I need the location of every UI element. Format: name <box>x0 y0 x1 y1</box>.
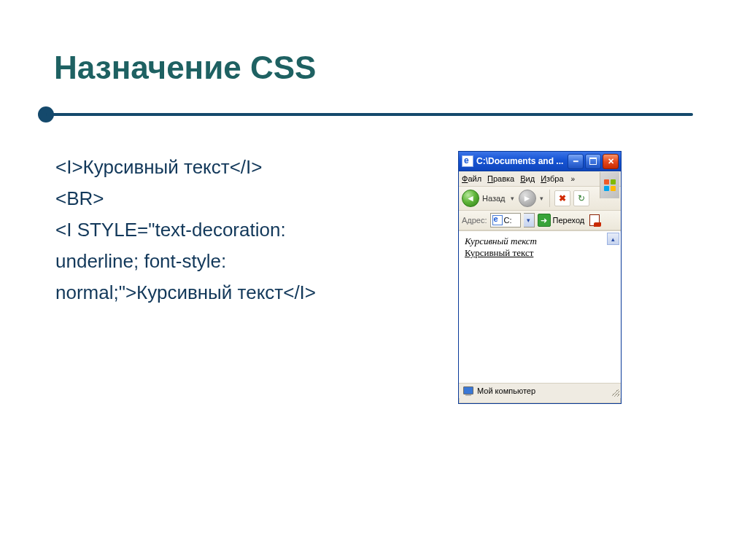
stop-button[interactable]: ✖ <box>554 190 570 206</box>
back-label: Назад <box>482 194 506 203</box>
browser-title: C:\Documents and ... <box>476 156 568 166</box>
forward-button[interactable]: ► <box>519 190 536 207</box>
go-label: Переход <box>553 216 585 225</box>
code-line-1: <I>Курсивный текст</I> <box>55 155 427 180</box>
code-line-3c: normal;">Курсивный текст</I> <box>55 280 427 306</box>
browser-viewport: ▴ Курсивный текст Курсивный текст <box>459 230 621 383</box>
menu-file[interactable]: Файл <box>462 174 481 183</box>
underline-line <box>46 113 693 116</box>
browser-menubar: Файл Правка Вид Избра » <box>459 171 621 187</box>
menu-edit[interactable]: Правка <box>487 174 514 183</box>
address-bar: Адрес: C: ▾ ➜ Переход <box>459 211 621 230</box>
browser-toolbar: ◄ Назад ▾ ► ▾ ✖ ↻ <box>459 187 621 211</box>
resize-grip-icon[interactable] <box>612 389 619 397</box>
scroll-up-button[interactable]: ▴ <box>607 233 619 245</box>
browser-statusbar: Мой компьютер <box>459 383 621 398</box>
go-button[interactable]: ➜ Переход <box>538 214 585 227</box>
my-computer-icon <box>463 386 473 395</box>
address-favicon-icon <box>492 215 503 225</box>
slide-title: Назначение CSS <box>54 50 316 86</box>
menu-view[interactable]: Вид <box>520 174 535 183</box>
toolbar-separator <box>549 190 550 207</box>
back-dropdown-icon[interactable]: ▾ <box>510 195 516 202</box>
forward-dropdown-icon[interactable]: ▾ <box>539 195 545 202</box>
code-line-2: <BR> <box>55 186 427 211</box>
code-line-3b: underline; font-style: <box>55 249 427 274</box>
address-dropdown-icon[interactable]: ▾ <box>524 213 535 228</box>
code-line-3a: <I STYLE="text-decoration: <box>55 217 427 243</box>
ie-favicon-icon <box>462 155 473 167</box>
menu-overflow-icon[interactable]: » <box>571 175 576 183</box>
windows-flag-icon <box>600 172 619 198</box>
rendered-line-1: Курсивный текст <box>465 236 615 247</box>
address-value: C: <box>504 216 512 225</box>
window-controls: ━ ✕ <box>568 154 619 169</box>
maximize-button[interactable] <box>585 154 601 169</box>
menu-favorites[interactable]: Избра <box>541 174 563 183</box>
back-button[interactable]: ◄ <box>462 190 479 207</box>
pdf-toolbar-icon[interactable] <box>587 213 602 228</box>
browser-window: C:\Documents and ... ━ ✕ Файл Правка Вид… <box>458 151 622 404</box>
refresh-button[interactable]: ↻ <box>573 190 589 206</box>
browser-titlebar[interactable]: C:\Documents and ... ━ ✕ <box>459 152 621 171</box>
close-button[interactable]: ✕ <box>603 154 619 169</box>
minimize-button[interactable]: ━ <box>568 154 584 169</box>
title-underline <box>38 106 693 122</box>
code-block: <I>Курсивный текст</I> <BR> <I STYLE="te… <box>55 155 427 311</box>
address-field[interactable]: C: <box>490 213 521 228</box>
slide: Назначение CSS <I>Курсивный текст</I> <B… <box>0 0 747 560</box>
rendered-line-2: Курсивный текст <box>465 247 615 259</box>
status-text: Мой компьютер <box>477 386 535 395</box>
address-label: Адрес: <box>462 216 487 225</box>
go-arrow-icon: ➜ <box>538 214 551 227</box>
